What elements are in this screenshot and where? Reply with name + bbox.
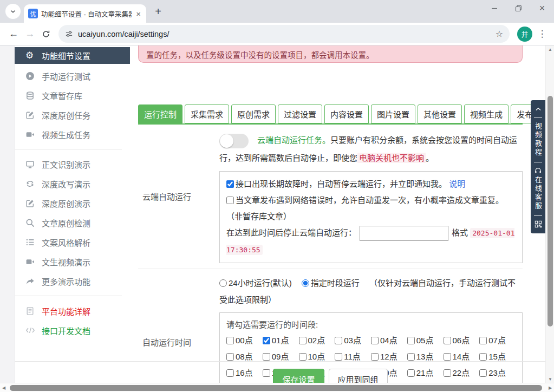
hour-checkbox[interactable]: 05点 [407, 334, 444, 348]
new-tab-button[interactable]: + [151, 4, 166, 19]
scroll-down-arrow[interactable]: ▼ [546, 375, 554, 383]
online-service-link[interactable]: 在线客服 [533, 176, 543, 213]
url-bar[interactable]: ucaiyun.com/caiji/settings/ ☆ [58, 25, 510, 43]
hour-checkbox[interactable]: 09点 [263, 350, 299, 364]
back-button[interactable]: ← [5, 26, 22, 42]
hour-checkbox-input[interactable] [444, 337, 451, 344]
scroll-right-arrow[interactable]: ▶ [546, 383, 554, 392]
scroll-left-arrow[interactable]: ◀ [0, 383, 8, 392]
hour-checkbox[interactable]: 04点 [371, 334, 407, 348]
sidebar-item[interactable]: 视频生成任务 [15, 125, 130, 144]
hour-checkbox-input[interactable] [444, 353, 451, 361]
headset-icon[interactable] [534, 165, 542, 176]
sidebar-item[interactable]: 文章原创检测 [15, 213, 130, 232]
browser-menu-icon[interactable]: ⋮ [536, 28, 549, 40]
browser-tab[interactable]: 优 功能细节设置 - 自动文章采集器 × [24, 4, 146, 23]
pause-on-failure-checkbox[interactable]: 接口出现长期故障时，自动暂停云端运行，并立即通知我。 [226, 179, 447, 188]
panel-divider [534, 215, 542, 216]
settings-tab[interactable]: 运行控制 [138, 104, 183, 123]
hour-label: 02点 [308, 336, 325, 345]
hour-checkbox[interactable]: 07点 [479, 334, 516, 348]
hour-checkbox-input[interactable] [479, 353, 487, 361]
settings-tab[interactable]: 原创需求 [231, 104, 276, 123]
forward-button[interactable]: → [22, 26, 38, 42]
maximize-button[interactable] [506, 0, 530, 16]
hour-checkbox[interactable]: 02点 [299, 334, 335, 348]
sidebar-item[interactable]: 深度改写演示 [15, 174, 130, 193]
hour-checkbox-input[interactable] [226, 337, 234, 344]
explain-link[interactable]: 说明 [449, 179, 465, 188]
hour-checkbox-input[interactable] [371, 353, 379, 361]
gears-icon: ⚙ [25, 50, 38, 61]
hour-checkbox[interactable]: 12点 [371, 350, 407, 364]
settings-tab[interactable]: 采集需求 [185, 104, 229, 123]
run-24h-input[interactable] [219, 279, 227, 287]
hour-checkbox[interactable]: 08点 [226, 350, 263, 364]
tab-title: 功能细节设置 - 自动文章采集器 [41, 9, 132, 19]
video-icon [25, 257, 38, 266]
video-tutorial-link[interactable]: 视频教程 [533, 120, 543, 159]
sidebar-item[interactable]: 文生视频演示 [15, 252, 130, 271]
reload-button[interactable] [38, 26, 54, 42]
qr-code-icon[interactable] [535, 219, 542, 230]
bookmark-star-icon[interactable]: ☆ [496, 29, 503, 39]
hour-checkbox[interactable]: 03点 [335, 334, 371, 348]
hour-checkbox[interactable]: 10点 [299, 350, 335, 364]
sidebar-item[interactable]: 手动运行测试 [15, 66, 130, 86]
sidebar-item[interactable]: 平台功能详解 [15, 301, 130, 321]
hour-checkbox[interactable]: 14点 [444, 350, 480, 364]
tab-close-icon[interactable]: × [135, 9, 142, 18]
hour-checkbox[interactable]: 15点 [479, 350, 516, 364]
sidebar-item[interactable]: 文案风格解析 [15, 232, 130, 252]
hour-checkbox[interactable]: 00点 [226, 334, 263, 348]
stop-time-input[interactable] [360, 226, 448, 241]
minimize-button[interactable] [483, 0, 506, 16]
scroll-up-arrow[interactable]: ▲ [546, 45, 554, 53]
hour-checkbox-input[interactable] [335, 337, 342, 344]
auto-resend-input[interactable] [226, 197, 234, 204]
hour-checkbox-input[interactable] [407, 337, 415, 344]
tab-search-button[interactable] [5, 4, 21, 19]
run-period-radio[interactable]: 指定时段运行 [302, 278, 360, 288]
sidebar-item[interactable]: 深度原创演示 [15, 193, 130, 213]
settings-tab[interactable]: 图片设置 [371, 104, 415, 123]
sidebar-item[interactable]: 正文识别演示 [15, 154, 130, 174]
sidebar-item[interactable]: ⚙功能细节设置 [15, 47, 130, 64]
sidebar-item[interactable]: 文章暂存库 [15, 86, 130, 105]
sidebar-item[interactable]: 接口开发文档 [15, 321, 130, 340]
horizontal-scroll-thumb[interactable] [10, 385, 542, 391]
hour-checkbox[interactable]: 06点 [444, 334, 480, 348]
settings-tab[interactable]: 其他设置 [418, 104, 462, 123]
hour-checkbox-input[interactable] [263, 353, 270, 361]
vertical-scroll-thumb[interactable] [548, 96, 553, 326]
settings-tab[interactable]: 过滤设置 [278, 104, 322, 123]
hour-checkbox-input[interactable] [226, 353, 234, 361]
run-period-input[interactable] [302, 279, 309, 287]
hour-checkbox-input[interactable] [299, 353, 307, 361]
hour-checkbox-input[interactable] [263, 337, 270, 344]
hour-label: 12点 [380, 352, 397, 361]
close-button[interactable]: × [530, 0, 554, 16]
profile-avatar[interactable]: 井 [517, 27, 532, 42]
hour-checkbox-input[interactable] [479, 337, 487, 344]
cloud-run-toggle[interactable] [219, 134, 249, 148]
hour-checkbox-input[interactable] [335, 353, 342, 361]
sidebar-item[interactable]: 更多演示功能 [15, 271, 130, 291]
vertical-scrollbar[interactable]: ▲ ▼ [545, 45, 554, 383]
hour-checkbox[interactable]: 13点 [407, 350, 444, 364]
collapse-panel-button[interactable] [535, 104, 542, 114]
notice-banner: 置的任务，以及任务级设置中没有的设置项目，都会调用本设置。 [138, 45, 523, 63]
run-24h-radio[interactable]: 24小时运行(默认) [219, 278, 292, 288]
settings-tab[interactable]: 视频生成 [464, 104, 509, 123]
pause-on-failure-input[interactable] [226, 180, 234, 188]
hour-checkbox[interactable]: 11点 [335, 350, 371, 364]
hour-checkbox-input[interactable] [407, 353, 415, 361]
hour-checkbox-input[interactable] [371, 337, 379, 344]
settings-tab[interactable]: 内容设置 [324, 104, 369, 123]
hour-checkbox-input[interactable] [299, 337, 307, 344]
horizontal-scrollbar[interactable]: ◀ ▶ [0, 383, 554, 392]
hour-checkbox[interactable]: 01点 [263, 334, 299, 348]
auto-resend-checkbox[interactable]: 当文章发布遇到网络错误时，允许自动重发一次，有小概率造成文章重复。 （非暂存库文… [226, 195, 504, 221]
sidebar-item[interactable]: 深度原创任务 [15, 105, 130, 125]
edit-icon [25, 110, 38, 120]
